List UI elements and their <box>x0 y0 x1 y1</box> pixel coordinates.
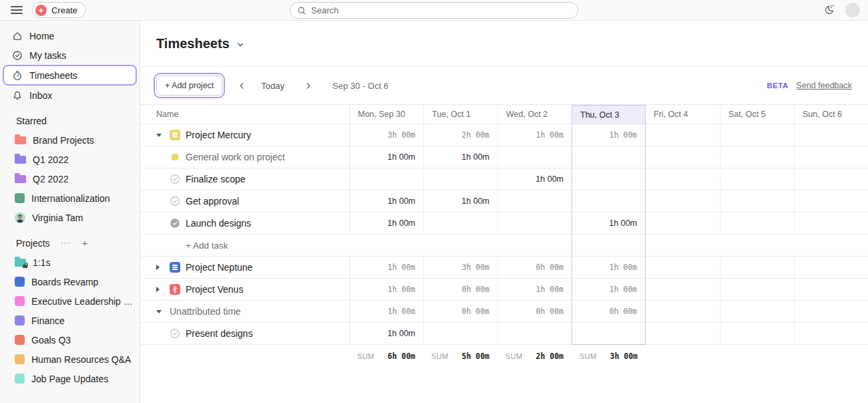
time-entry-cell[interactable] <box>646 213 720 235</box>
column-header-name: Name <box>140 105 349 124</box>
time-entry-cell[interactable] <box>497 323 572 345</box>
top-bar: + Create Search z z <box>0 0 868 21</box>
prev-week-chevron-left-icon[interactable] <box>233 77 250 94</box>
title-chevron-down-icon[interactable] <box>236 41 244 49</box>
expand-chevron-icon[interactable] <box>156 265 167 270</box>
sidebar-item-home[interactable]: Home <box>3 26 137 45</box>
time-entry-cell[interactable]: 1h 00m <box>423 146 497 168</box>
completed-check-icon[interactable] <box>170 218 180 229</box>
collapse-chevron-icon[interactable] <box>156 310 167 313</box>
time-cell <box>720 124 794 146</box>
table-row-add-task: + Add task <box>140 235 868 257</box>
time-entry-cell[interactable] <box>497 190 572 213</box>
time-entry-cell[interactable] <box>572 146 646 168</box>
sidebar-item-inbox[interactable]: Inbox <box>3 86 137 105</box>
expand-chevron-icon[interactable] <box>156 287 167 292</box>
time-entry-cell[interactable] <box>646 190 720 213</box>
time-entry-cell[interactable]: 1h 00m <box>349 213 423 235</box>
time-entry-cell[interactable] <box>794 190 868 213</box>
row-name[interactable]: General work on project <box>186 152 285 162</box>
project-item-1-1s[interactable]: 1:1s <box>0 253 140 272</box>
time-entry-cell[interactable] <box>646 168 720 190</box>
project-name[interactable]: Project Neptune <box>186 262 252 273</box>
starred-item-brand-projects[interactable]: Brand Projects <box>0 130 140 150</box>
time-entry-cell[interactable] <box>794 168 868 190</box>
table-sum-row: SUM 6h 00m SUM 5h 00m SUM 2h 00m SUM 3h … <box>140 345 868 368</box>
projects-add-icon[interactable]: + <box>82 238 88 248</box>
sidebar-item-timesheets[interactable]: Timesheets <box>3 65 137 86</box>
project-color-icon <box>15 354 25 364</box>
task-check-icon[interactable] <box>170 328 180 339</box>
sidebar-item-label: My tasks <box>29 50 66 61</box>
time-entry-cell[interactable] <box>423 323 497 345</box>
time-entry-cell[interactable] <box>720 213 794 235</box>
task-check-icon[interactable] <box>170 196 180 207</box>
user-avatar[interactable] <box>845 3 860 17</box>
time-entry-cell[interactable] <box>497 146 572 168</box>
empty-cell <box>794 345 868 368</box>
project-name[interactable]: Project Venus <box>186 284 243 295</box>
task-name[interactable]: Finalize scope <box>186 174 246 184</box>
time-cell: 0h 00m <box>423 279 497 301</box>
time-entry-cell[interactable] <box>720 323 794 345</box>
empty-cell <box>646 235 720 257</box>
create-plus-icon: + <box>35 5 47 16</box>
time-entry-cell[interactable] <box>720 190 794 213</box>
starred-item-q1-2022[interactable]: Q1 2022 <box>0 150 140 169</box>
add-project-button[interactable]: + Add project <box>156 76 222 96</box>
snooze-moon-icon[interactable]: z z <box>823 3 836 17</box>
time-entry-cell[interactable] <box>646 146 720 168</box>
project-item-boards-revamp[interactable]: Boards Revamp <box>0 272 140 291</box>
collapse-chevron-icon[interactable] <box>156 134 167 137</box>
time-entry-cell[interactable]: 1h 00m <box>572 213 646 235</box>
project-item-human-resources[interactable]: Human Resources Q&A <box>0 350 140 369</box>
project-item-executive-leadership[interactable]: Executive Leadership Gr... <box>0 291 140 311</box>
projects-more-icon[interactable]: ··· <box>61 241 71 245</box>
row-name[interactable]: Unattributed time <box>170 306 241 317</box>
time-entry-cell[interactable] <box>646 323 720 345</box>
search-input[interactable]: Search <box>290 2 578 19</box>
today-button[interactable]: Today <box>257 81 288 91</box>
starred-item-internationalization[interactable]: Internationalization <box>0 188 140 208</box>
time-cell <box>646 124 720 146</box>
task-name[interactable]: Launch designs <box>186 218 251 229</box>
time-entry-cell[interactable] <box>572 323 646 345</box>
project-name[interactable]: Project Mercury <box>186 130 251 140</box>
time-entry-cell[interactable] <box>572 190 646 213</box>
add-task-button[interactable]: + Add task <box>156 241 228 251</box>
task-check-icon[interactable] <box>170 174 180 184</box>
project-item-goals-q3[interactable]: Goals Q3 <box>0 330 140 350</box>
table-row-unattributed-time: Unattributed time 1h 00m 0h 00m 0h 00m 0… <box>140 301 868 323</box>
time-entry-cell[interactable]: 1h 00m <box>423 190 497 213</box>
time-entry-cell[interactable] <box>497 213 572 235</box>
time-entry-cell[interactable]: 1h 00m <box>497 168 572 190</box>
empty-cell <box>349 235 423 257</box>
time-entry-cell[interactable]: 1h 00m <box>349 323 423 345</box>
folder-icon <box>15 156 26 164</box>
time-entry-cell[interactable] <box>794 213 868 235</box>
project-item-job-page-updates[interactable]: Job Page Updates <box>0 369 140 388</box>
empty-cell <box>423 235 497 257</box>
project-item-finance[interactable]: Finance <box>0 311 140 330</box>
time-entry-cell[interactable] <box>720 168 794 190</box>
hamburger-icon[interactable] <box>11 6 23 14</box>
sidebar-item-my-tasks[interactable]: My tasks <box>3 45 137 65</box>
time-entry-cell[interactable]: 1h 00m <box>349 190 423 213</box>
task-name[interactable]: Get approval <box>186 196 239 207</box>
next-week-chevron-right-icon[interactable] <box>299 77 316 94</box>
create-button[interactable]: + Create <box>32 2 86 18</box>
time-cell: 1h 00m <box>349 279 423 301</box>
time-entry-cell[interactable] <box>423 213 497 235</box>
time-entry-cell[interactable] <box>720 146 794 168</box>
time-entry-cell[interactable] <box>572 168 646 190</box>
time-entry-cell[interactable] <box>794 323 868 345</box>
beta-badge: BETA <box>767 82 789 90</box>
time-entry-cell[interactable] <box>794 146 868 168</box>
send-feedback-link[interactable]: Send feedback <box>797 81 852 90</box>
time-entry-cell[interactable] <box>423 168 497 190</box>
starred-item-q2-2022[interactable]: Q2 2022 <box>0 169 140 188</box>
time-entry-cell[interactable] <box>349 168 423 190</box>
task-name[interactable]: Present designs <box>186 328 252 339</box>
starred-item-virginia-tam[interactable]: Virginia Tam <box>0 208 140 227</box>
time-entry-cell[interactable]: 1h 00m <box>349 146 423 168</box>
